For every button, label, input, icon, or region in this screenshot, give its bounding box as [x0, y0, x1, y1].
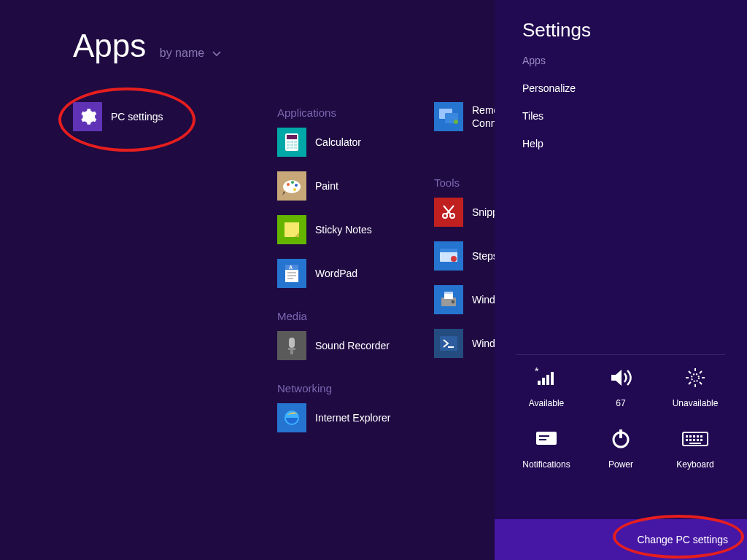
- notifications-icon: [532, 424, 561, 454]
- remote-desktop-icon: [434, 102, 463, 131]
- svg-rect-33: [440, 249, 457, 252]
- svg-rect-25: [290, 350, 293, 354]
- app-label: WordPad: [315, 267, 357, 280]
- svg-point-15: [293, 188, 296, 191]
- sort-by-dropdown[interactable]: by name: [160, 47, 221, 60]
- wordpad-icon: A: [277, 259, 306, 288]
- svg-point-13: [291, 181, 294, 184]
- group-header-applications[interactable]: Applications: [277, 106, 430, 119]
- svg-rect-22: [287, 278, 293, 279]
- svg-line-52: [700, 382, 702, 384]
- quick-power-button[interactable]: Power: [584, 424, 658, 470]
- svg-rect-21: [287, 275, 296, 276]
- svg-rect-40: [448, 346, 454, 348]
- divider: [516, 354, 725, 355]
- app-label: PC settings: [111, 110, 163, 123]
- svg-rect-70: [700, 439, 703, 441]
- svg-rect-68: [693, 439, 695, 441]
- quick-keyboard-button[interactable]: Keyboard: [658, 424, 732, 470]
- svg-rect-24: [288, 348, 295, 350]
- powershell-icon: [434, 329, 463, 358]
- apps-column-applications: Applications Calculator Paint Sticky Not…: [277, 102, 430, 447]
- app-label: Paint: [315, 179, 338, 192]
- svg-line-53: [700, 371, 702, 373]
- svg-rect-9: [290, 147, 293, 149]
- svg-rect-56: [539, 435, 549, 437]
- app-tile-calculator[interactable]: Calculator: [277, 128, 430, 157]
- svg-rect-65: [700, 435, 703, 438]
- svg-rect-7: [294, 144, 297, 146]
- svg-rect-44: [551, 372, 554, 385]
- app-tile-pc-settings[interactable]: PC settings: [73, 102, 226, 131]
- settings-link-tiles[interactable]: Tiles: [522, 110, 747, 122]
- svg-point-29: [454, 120, 458, 124]
- paint-icon: [277, 171, 306, 201]
- svg-rect-23: [289, 338, 295, 348]
- svg-rect-6: [290, 144, 293, 146]
- app-tile-sound-recorder[interactable]: Sound Recorder: [277, 331, 430, 360]
- svg-rect-20: [287, 272, 296, 273]
- svg-point-46: [692, 374, 699, 381]
- svg-rect-64: [697, 435, 699, 438]
- app-label: Sound Recorder: [315, 339, 390, 352]
- change-pc-settings-bar[interactable]: Change PC settings: [495, 519, 747, 560]
- volume-icon: [606, 363, 635, 392]
- quick-brightness-button[interactable]: Unavailable: [658, 363, 732, 408]
- settings-link-personalize[interactable]: Personalize: [522, 82, 747, 94]
- sticky-notes-icon: [277, 215, 306, 244]
- app-label: Calculator: [315, 136, 361, 149]
- app-tile-internet-explorer[interactable]: Internet Explorer: [277, 403, 430, 432]
- svg-rect-57: [539, 439, 546, 440]
- svg-rect-42: [542, 378, 545, 385]
- apps-column-results: PC settings: [73, 102, 226, 146]
- quick-label: Notifications: [522, 459, 570, 470]
- svg-text:*: *: [535, 368, 539, 377]
- svg-rect-59: [619, 429, 622, 438]
- microphone-icon: [277, 331, 306, 360]
- keyboard-icon: [681, 424, 710, 454]
- svg-rect-67: [689, 439, 692, 441]
- change-pc-settings-link[interactable]: Change PC settings: [637, 534, 728, 545]
- brightness-icon: [681, 363, 710, 392]
- app-tile-sticky-notes[interactable]: Sticky Notes: [277, 215, 430, 244]
- app-tile-paint[interactable]: Paint: [277, 171, 430, 201]
- gear-icon: [73, 102, 102, 131]
- app-label: Internet Explorer: [315, 411, 391, 424]
- settings-panel-title: Settings: [522, 19, 747, 42]
- settings-link-apps[interactable]: Apps: [522, 55, 747, 66]
- network-signal-icon: *: [532, 363, 561, 392]
- sort-label: by name: [160, 47, 204, 59]
- group-header-media[interactable]: Media: [277, 310, 430, 322]
- svg-rect-55: [536, 432, 557, 445]
- svg-rect-10: [294, 147, 297, 149]
- svg-rect-66: [686, 439, 688, 441]
- svg-rect-3: [290, 141, 293, 143]
- apps-header: Apps by name: [73, 28, 221, 64]
- svg-point-12: [287, 183, 290, 186]
- svg-rect-8: [287, 147, 290, 149]
- quick-label: Power: [608, 459, 633, 470]
- svg-rect-5: [287, 144, 290, 146]
- calculator-icon: [277, 128, 306, 157]
- settings-link-help[interactable]: Help: [522, 138, 747, 149]
- svg-rect-43: [546, 375, 549, 385]
- svg-line-54: [689, 382, 691, 384]
- power-icon: [606, 424, 635, 454]
- quick-label: Available: [529, 398, 564, 408]
- svg-rect-4: [294, 141, 297, 143]
- quick-settings-grid: * Available 67 Unavailable Not: [509, 363, 732, 470]
- svg-text:A: A: [289, 265, 293, 270]
- internet-explorer-icon: [277, 403, 306, 432]
- quick-network-button[interactable]: * Available: [509, 363, 584, 408]
- quick-label: Keyboard: [676, 459, 713, 470]
- quick-volume-button[interactable]: 67: [584, 363, 658, 408]
- quick-label: Unavailable: [673, 398, 719, 408]
- group-header-networking[interactable]: Networking: [277, 382, 430, 394]
- svg-rect-41: [538, 381, 541, 385]
- quick-notifications-button[interactable]: Notifications: [509, 424, 584, 470]
- svg-rect-71: [689, 443, 701, 444]
- svg-rect-63: [693, 435, 695, 438]
- app-tile-wordpad[interactable]: A WordPad: [277, 259, 430, 288]
- chevron-down-icon: [212, 51, 221, 57]
- settings-charm-panel: Settings Apps Personalize Tiles Help * A…: [495, 0, 747, 519]
